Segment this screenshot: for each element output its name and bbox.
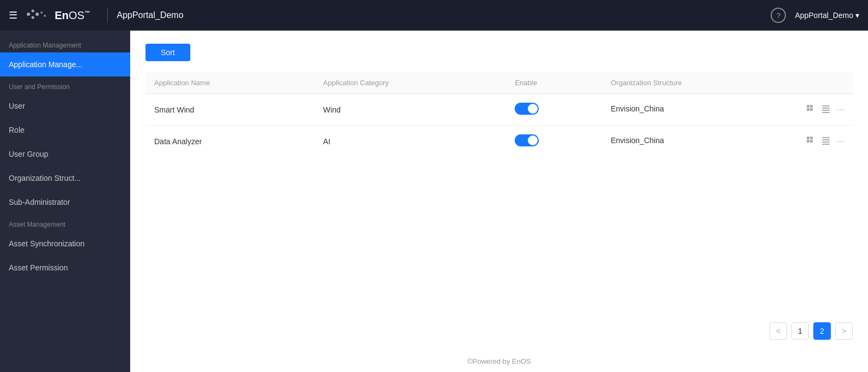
svg-point-1	[32, 9, 34, 12]
sidebar-item-sub-admin[interactable]: Sub-Administrator	[0, 190, 130, 214]
table-header-row: Application Name Application Category En…	[145, 72, 853, 94]
content-inner: Sort Application Name Application Catego…	[130, 31, 868, 311]
section-user-label: User and Permission	[0, 76, 130, 94]
svg-point-3	[32, 16, 34, 19]
app-name: AppPortal_Demo	[116, 10, 183, 20]
sidebar: Application Management Application Manag…	[0, 31, 130, 372]
list-icon[interactable]	[822, 104, 830, 115]
logo-text: EnOS™	[55, 9, 90, 22]
pagination-next[interactable]: >	[835, 322, 853, 340]
grid-icon[interactable]	[806, 104, 815, 115]
cell-app-category: AI	[314, 126, 506, 157]
main-layout: Application Management Application Manag…	[0, 31, 868, 372]
org-name: Envision_China	[611, 104, 664, 113]
cell-app-category: Wind	[314, 94, 506, 126]
cell-org: Envision_China ···	[602, 126, 853, 157]
org-name: Envision_China	[611, 136, 664, 145]
help-icon[interactable]: ?	[771, 8, 786, 23]
cell-org: Envision_China ···	[602, 94, 853, 126]
svg-rect-18	[822, 137, 830, 138]
cell-enable[interactable]	[506, 126, 602, 157]
sidebar-item-user[interactable]: User	[0, 94, 130, 118]
svg-rect-7	[810, 105, 813, 108]
svg-rect-11	[822, 108, 830, 109]
sort-button[interactable]: Sort	[145, 44, 190, 61]
svg-rect-16	[807, 140, 809, 143]
pagination: < 1 2 >	[130, 311, 868, 351]
svg-rect-15	[810, 137, 813, 139]
col-app-category: Application Category	[314, 72, 506, 94]
pagination-prev[interactable]: <	[770, 322, 787, 340]
table-row: Data Analyzer AI Envision_China ···	[145, 126, 853, 157]
svg-point-0	[27, 13, 30, 16]
more-icon[interactable]: ···	[837, 137, 844, 146]
content-area: Sort Application Name Application Catego…	[130, 31, 868, 372]
toggle-enable[interactable]	[515, 134, 539, 146]
sidebar-item-asset-sync[interactable]: Asset Synchronization	[0, 232, 130, 256]
svg-rect-10	[822, 105, 830, 107]
cell-app-name: Smart Wind	[145, 94, 314, 126]
footer: ©Powered by EnOS	[130, 351, 868, 372]
enos-logo-svg	[26, 8, 53, 21]
hamburger-icon[interactable]: ☰	[9, 9, 18, 21]
logo: EnOS™	[26, 8, 90, 23]
pagination-page-2[interactable]: 2	[813, 322, 831, 340]
svg-rect-21	[822, 144, 830, 145]
topnav: ☰ EnOS™ AppPortal_Demo ? AppPortal_Demo …	[0, 0, 868, 31]
section-asset-label: Asset Management	[0, 214, 130, 232]
svg-rect-17	[810, 140, 813, 143]
col-enable: Enable	[506, 72, 602, 94]
sidebar-item-app-manage[interactable]: Application Manage...	[0, 52, 130, 76]
svg-rect-12	[822, 110, 830, 111]
svg-point-5	[44, 15, 46, 17]
table-row: Smart Wind Wind Envision_China ···	[145, 94, 853, 126]
grid-icon[interactable]	[806, 136, 815, 147]
more-icon[interactable]: ···	[837, 105, 844, 115]
footer-text: ©Powered by EnOS	[467, 357, 531, 365]
svg-rect-9	[810, 108, 813, 111]
svg-point-4	[40, 11, 43, 14]
toggle-enable[interactable]	[515, 103, 539, 115]
svg-rect-19	[822, 139, 830, 140]
pagination-page-1[interactable]: 1	[791, 322, 809, 340]
application-table: Application Name Application Category En…	[145, 72, 853, 157]
svg-rect-13	[822, 112, 830, 113]
sidebar-item-role[interactable]: Role	[0, 118, 130, 142]
section-app-label: Application Management	[0, 35, 130, 52]
sidebar-item-user-group[interactable]: User Group	[0, 142, 130, 166]
user-caret-icon: ▾	[855, 11, 859, 20]
svg-rect-6	[807, 105, 809, 108]
sidebar-item-org[interactable]: Organization Struct...	[0, 166, 130, 190]
col-app-name: Application Name	[145, 72, 314, 94]
logo-dots	[26, 8, 53, 23]
list-icon[interactable]	[822, 136, 830, 147]
svg-rect-14	[807, 137, 809, 139]
svg-rect-8	[807, 108, 809, 111]
cell-enable[interactable]	[506, 94, 602, 126]
svg-point-2	[36, 13, 39, 16]
svg-rect-20	[822, 141, 830, 143]
col-org: Organization Structure	[602, 72, 853, 94]
cell-app-name: Data Analyzer	[145, 126, 314, 157]
user-label: AppPortal_Demo	[795, 11, 853, 20]
sidebar-item-asset-perm[interactable]: Asset Permission	[0, 256, 130, 280]
user-menu[interactable]: AppPortal_Demo ▾	[795, 11, 859, 20]
nav-divider	[107, 8, 108, 23]
